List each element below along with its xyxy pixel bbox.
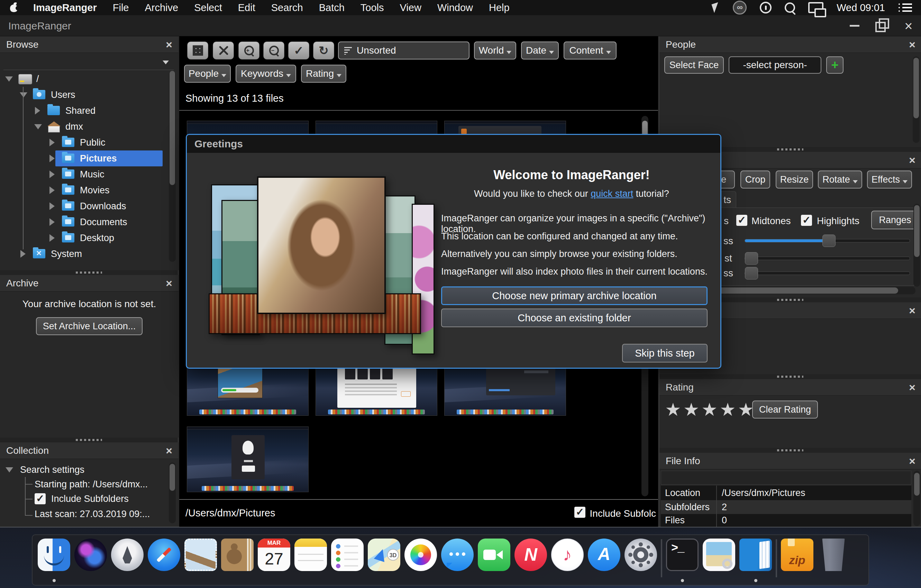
select-button[interactable]: ✓ xyxy=(288,42,309,60)
expanded-arrow-icon[interactable] xyxy=(5,76,13,82)
tree-item-downloads[interactable]: Downloads xyxy=(0,198,163,214)
collapsed-arrow-icon[interactable] xyxy=(49,218,55,226)
add-person-button[interactable]: + xyxy=(826,56,843,74)
restore-button[interactable] xyxy=(874,18,889,34)
dock-item-appstore[interactable]: A xyxy=(587,538,621,583)
menu-edit[interactable]: Edit xyxy=(238,2,255,13)
sidebar-splitter-2[interactable] xyxy=(0,437,178,442)
dialog-titlebar[interactable]: Greetings xyxy=(187,135,720,153)
edit-close-icon[interactable]: × xyxy=(909,154,916,166)
right-splitter-4[interactable] xyxy=(659,448,921,453)
expanded-arrow-icon[interactable] xyxy=(34,124,42,129)
dock-item-launchpad[interactable] xyxy=(111,538,144,583)
collection-starting-path[interactable]: Starting path: /Users/dmx... xyxy=(34,477,173,492)
collapsed-arrow-icon[interactable] xyxy=(49,234,55,242)
browse-close-icon[interactable]: × xyxy=(166,39,172,50)
menu-archive[interactable]: Archive xyxy=(145,2,178,13)
dock-item-facetime[interactable] xyxy=(477,538,511,583)
expanded-arrow-icon[interactable] xyxy=(5,467,13,473)
file-info-scrollbar[interactable] xyxy=(913,471,920,526)
onepassword-icon[interactable] xyxy=(760,2,771,13)
collapsed-arrow-icon[interactable] xyxy=(49,139,55,146)
contrast-slider-handle[interactable] xyxy=(745,252,758,265)
tree-item-documents[interactable]: Documents xyxy=(0,214,163,230)
filter-keywords-button[interactable]: Keywords xyxy=(236,65,296,83)
contrast-slider[interactable] xyxy=(745,257,910,260)
skip-this-step-button[interactable]: Skip this step xyxy=(622,344,708,362)
dock-item-reminders[interactable] xyxy=(331,538,364,583)
collapsed-arrow-icon[interactable] xyxy=(49,171,55,178)
collection-last-scan[interactable]: Last scan: 27.03.2019 09:... xyxy=(34,507,173,521)
star-2-icon[interactable]: ★ xyxy=(683,400,700,419)
dock-item-photos[interactable] xyxy=(404,538,437,583)
dock-item-imageranger[interactable] xyxy=(739,538,772,583)
dock-item-trash[interactable] xyxy=(817,538,850,583)
tree-item-movies[interactable]: Movies xyxy=(0,182,163,198)
grid-view-button[interactable] xyxy=(187,42,208,60)
zoom-in-button[interactable]: + xyxy=(238,42,259,60)
tree-item-public[interactable]: Public xyxy=(0,135,163,151)
dock-item-itunes[interactable]: ♪ xyxy=(551,538,584,583)
ranges-button[interactable]: Ranges xyxy=(871,211,919,229)
preview-close-icon[interactable]: × xyxy=(909,305,916,316)
filter-content-button[interactable]: Content xyxy=(564,42,617,60)
menu-file[interactable]: File xyxy=(113,2,129,13)
dock-item-maps[interactable]: 3D xyxy=(368,538,401,583)
tree-item-users[interactable]: Users xyxy=(0,87,163,103)
people-scrollbar[interactable] xyxy=(913,56,919,143)
highlights-checkbox[interactable] xyxy=(801,215,812,226)
select-person-dropdown[interactable]: -select person- xyxy=(729,56,821,74)
midtones-checkbox[interactable] xyxy=(736,215,747,226)
zoom-out-button[interactable]: − xyxy=(263,42,285,60)
tree-item-shared[interactable]: Shared xyxy=(0,103,163,119)
menu-search[interactable]: Search xyxy=(271,2,303,13)
collection-search-settings[interactable]: Search settings xyxy=(0,463,163,477)
dock-item-messages[interactable] xyxy=(441,538,474,583)
dock-item-system-preferences[interactable] xyxy=(624,538,657,583)
menu-help[interactable]: Help xyxy=(489,2,509,13)
archive-close-icon[interactable]: × xyxy=(166,278,172,289)
choose-new-archive-button[interactable]: Choose new primary archive location xyxy=(441,286,708,305)
tree-item-system[interactable]: System xyxy=(0,246,163,262)
browse-filter-dropdown[interactable] xyxy=(3,56,174,70)
dock-item-safari[interactable] xyxy=(147,538,181,583)
file-info-close-icon[interactable]: × xyxy=(909,455,916,466)
people-close-icon[interactable]: × xyxy=(909,39,916,50)
star-4-icon[interactable]: ★ xyxy=(720,400,736,419)
pointer-status-icon[interactable] xyxy=(712,2,721,13)
set-archive-location-button[interactable]: Set Archive Location... xyxy=(36,317,143,335)
fullscreen-button[interactable] xyxy=(213,42,234,60)
crop-button[interactable]: Crop xyxy=(740,171,770,188)
sidebar-splitter-1[interactable] xyxy=(0,270,178,275)
dock-item-terminal[interactable]: >_ xyxy=(666,538,699,583)
dock-item-notes[interactable] xyxy=(294,538,327,583)
tree-item-music[interactable]: Music xyxy=(0,166,163,182)
include-subfolders-checkbox[interactable] xyxy=(34,493,46,504)
refresh-button[interactable]: ↻ xyxy=(313,42,334,60)
tree-item-desktop[interactable]: Desktop xyxy=(0,230,163,246)
spotlight-search-icon[interactable] xyxy=(785,2,795,13)
tree-item-root[interactable]: / xyxy=(0,71,163,87)
apple-menu-icon[interactable] xyxy=(9,2,20,13)
choose-existing-folder-button[interactable]: Choose an existing folder xyxy=(441,309,708,327)
edit-scrollbar[interactable] xyxy=(913,204,920,287)
sort-dropdown[interactable]: Unsorted xyxy=(338,42,470,60)
collection-scrollbar[interactable] xyxy=(169,463,176,523)
clear-rating-button[interactable]: Clear Rating xyxy=(752,401,818,419)
thumbnail[interactable] xyxy=(187,427,309,492)
include-subfolders-bottom-checkbox[interactable] xyxy=(574,507,586,518)
rating-close-icon[interactable]: × xyxy=(909,382,916,393)
star-5-icon[interactable]: ★ xyxy=(738,400,754,419)
lightness-slider-handle[interactable] xyxy=(745,267,758,279)
dock-item-zip[interactable]: zip xyxy=(781,538,814,583)
filter-world-button[interactable]: World xyxy=(474,42,516,60)
dock-item-preview[interactable] xyxy=(702,538,735,583)
close-button[interactable]: × xyxy=(901,18,916,34)
filter-date-button[interactable]: Date xyxy=(521,42,559,60)
dock-item-news[interactable]: N xyxy=(514,538,547,583)
menu-window[interactable]: Window xyxy=(437,2,473,13)
collapsed-arrow-icon[interactable] xyxy=(49,187,55,194)
effects-button[interactable]: Effects xyxy=(867,171,912,188)
menu-tools[interactable]: Tools xyxy=(361,2,384,13)
star-3-icon[interactable]: ★ xyxy=(701,400,718,419)
